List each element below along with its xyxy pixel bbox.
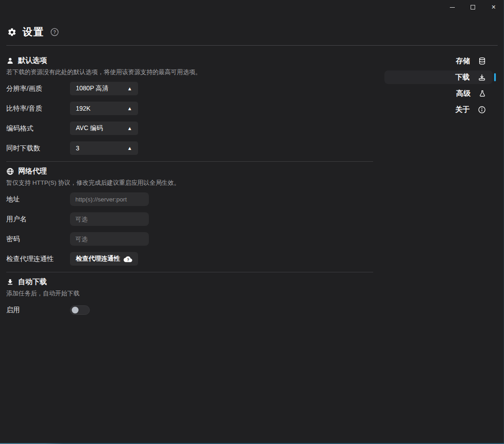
gear-icon [7, 28, 17, 37]
nav-item-download[interactable]: 下载 [384, 70, 493, 84]
nav-item-label: 高级 [456, 89, 471, 98]
help-circle-icon[interactable]: ? [50, 28, 59, 37]
proxy-rows: 地址 用户名 密码 检查代理连通性 检查代理连通性 ? [6, 192, 373, 266]
user-icon [6, 57, 14, 65]
check-proxy-button[interactable]: 检查代理连通性 ? [70, 252, 138, 266]
page-title: 设置 [23, 25, 44, 39]
cloud-question-icon: ? [124, 256, 132, 262]
auto-download-rows: 启用 [6, 303, 373, 317]
row-label: 编码格式 [6, 124, 70, 133]
row-label: 用户名 [6, 215, 70, 224]
section-title: 默认选项 [18, 56, 47, 65]
dropdown-value: 1080P 高清 [76, 84, 108, 93]
download-tray-icon [478, 73, 486, 81]
proxy-address-input[interactable] [70, 192, 149, 206]
dropdown-value: 3 [76, 145, 79, 152]
row-label: 启用 [6, 306, 70, 314]
dropdown-arrow-icon: ▲ [127, 106, 132, 111]
svg-text:?: ? [53, 30, 56, 35]
bitrate-dropdown[interactable]: 192K ▲ [70, 102, 138, 115]
page-header: 设置 ? [7, 25, 59, 39]
header-divider [6, 45, 498, 46]
dropdown-arrow-icon: ▲ [127, 86, 132, 91]
section-defaults-header: 默认选项 [6, 56, 373, 65]
section-proxy-header: 网络代理 [6, 166, 373, 176]
database-icon [478, 57, 486, 65]
section-divider [6, 161, 373, 162]
row-bitrate: 比特率/音质 192K ▲ [6, 102, 373, 115]
dropdown-value: AVC 编码 [76, 124, 103, 132]
row-proxy-password: 密码 [6, 232, 373, 246]
nav-item-label: 关于 [455, 105, 470, 115]
toggle-knob [72, 307, 79, 313]
row-label: 地址 [6, 195, 70, 204]
resolution-dropdown[interactable]: 1080P 高清 ▲ [70, 82, 138, 95]
row-label: 分辨率/画质 [6, 84, 70, 93]
row-codec: 编码格式 AVC 编码 ▲ [6, 122, 373, 135]
nav-item-advanced[interactable]: 高级 [384, 87, 493, 100]
row-enable-auto-download: 启用 [6, 303, 373, 317]
row-proxy-check: 检查代理连通性 检查代理连通性 ? [6, 252, 373, 266]
nav-item-label: 存储 [456, 56, 470, 66]
auto-download-toggle[interactable] [70, 305, 90, 315]
codec-dropdown[interactable]: AVC 编码 ▲ [70, 122, 138, 135]
row-label: 同时下载数 [6, 144, 70, 153]
section-subtitle: 暂仅支持 HTTP(S) 协议，修改完成后建议重启应用以全局生效。 [6, 179, 373, 187]
section-title: 自动下载 [18, 277, 47, 287]
concurrent-downloads-dropdown[interactable]: 3 ▲ [70, 141, 138, 155]
section-title: 网络代理 [18, 167, 47, 176]
active-nav-indicator [494, 73, 496, 81]
row-proxy-username: 用户名 [6, 212, 373, 226]
svg-text:?: ? [127, 257, 129, 262]
row-label: 检查代理连通性 [6, 255, 70, 263]
titlebar: × [0, 0, 504, 14]
close-button[interactable]: × [483, 0, 504, 14]
maximize-button[interactable] [462, 0, 483, 14]
proxy-username-input[interactable] [70, 212, 149, 226]
info-circle-icon [478, 106, 486, 114]
check-proxy-button-label: 检查代理连通性 [76, 255, 120, 263]
maximize-icon [471, 5, 475, 9]
dropdown-arrow-icon: ▲ [127, 146, 132, 151]
minimize-icon [450, 7, 455, 8]
section-subtitle: 若下载的资源没有此处的默认选项，将使用该资源支持的最高可用选项。 [6, 68, 373, 76]
row-proxy-address: 地址 [6, 192, 373, 206]
settings-content: 默认选项 若下载的资源没有此处的默认选项，将使用该资源支持的最高可用选项。 分辨… [6, 51, 373, 323]
minimize-button[interactable] [442, 0, 462, 14]
section-auto-download-header: 自动下载 [6, 277, 373, 287]
defaults-rows: 分辨率/画质 1080P 高清 ▲ 比特率/音质 192K ▲ 编码格式 AVC… [6, 82, 373, 155]
section-subtitle: 添加任务后，自动开始下载 [6, 290, 373, 298]
section-divider [6, 272, 373, 272]
row-concurrent-downloads: 同时下载数 3 ▲ [6, 141, 373, 155]
nav-item-about[interactable]: 关于 [384, 103, 493, 117]
row-label: 比特率/音质 [6, 104, 70, 113]
row-resolution: 分辨率/画质 1080P 高清 ▲ [6, 82, 373, 95]
globe-icon [6, 168, 14, 175]
dropdown-arrow-icon: ▲ [127, 126, 132, 131]
flask-icon [479, 89, 486, 98]
settings-nav: 存储 下载 高级 关于 [384, 54, 493, 119]
download-icon [6, 278, 14, 286]
dropdown-value: 192K [76, 105, 91, 112]
row-label: 密码 [6, 235, 70, 243]
close-icon: × [491, 4, 495, 11]
nav-item-storage[interactable]: 存储 [384, 54, 493, 68]
nav-item-label: 下载 [455, 73, 470, 82]
proxy-password-input[interactable] [70, 232, 149, 246]
